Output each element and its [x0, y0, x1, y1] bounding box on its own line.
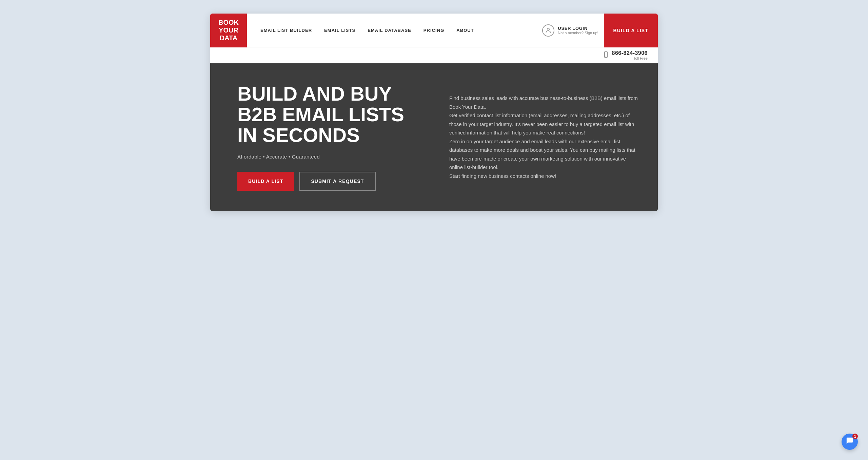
chat-button[interactable]: 1	[842, 434, 858, 450]
logo[interactable]: BOOK YOUR DATA	[210, 14, 247, 47]
navbar: BOOK YOUR DATA EMAIL LIST BUILDER EMAIL …	[210, 14, 658, 47]
nav-links: EMAIL LIST BUILDER EMAIL LISTS EMAIL DAT…	[260, 28, 542, 33]
nav-email-lists[interactable]: EMAIL LISTS	[324, 28, 355, 33]
nav-pricing[interactable]: PRICING	[423, 28, 444, 33]
hero-build-list-button[interactable]: BUILD A LIST	[237, 172, 294, 191]
hero-desc-text: Find business sales leads with accurate …	[449, 94, 641, 180]
user-login-title: USER LOGIN	[558, 26, 598, 31]
nav-about[interactable]: ABOUT	[456, 28, 474, 33]
hero-tagline: Affordable • Accurate • Guaranteed	[237, 154, 429, 160]
phone-bar: 866-824-3906 Toll Free	[210, 47, 658, 63]
hero-title: BUILD AND BUYB2B EMAIL LISTSIN SECONDS	[237, 84, 429, 146]
phone-info: 866-824-3906 Toll Free	[612, 50, 648, 60]
phone-icon	[603, 51, 609, 60]
user-login-text: USER LOGIN Not a member? Sign up!	[558, 26, 598, 35]
chat-badge: 1	[852, 434, 858, 439]
hero-section: BUILD AND BUYB2B EMAIL LISTSIN SECONDS A…	[210, 63, 658, 211]
nav-email-database[interactable]: EMAIL DATABASE	[368, 28, 411, 33]
hero-left: BUILD AND BUYB2B EMAIL LISTSIN SECONDS A…	[237, 84, 429, 191]
nav-email-list-builder[interactable]: EMAIL LIST BUILDER	[260, 28, 312, 33]
hero-buttons: BUILD A LIST SUBMIT A REQUEST	[237, 172, 429, 191]
browser-window: BOOK YOUR DATA EMAIL LIST BUILDER EMAIL …	[210, 14, 658, 211]
svg-point-0	[547, 28, 550, 30]
nav-right: USER LOGIN Not a member? Sign up! BUILD …	[542, 14, 648, 47]
phone-number: 866-824-3906	[612, 50, 648, 56]
hero-description: Find business sales leads with accurate …	[449, 94, 641, 180]
user-login-sub: Not a member? Sign up!	[558, 31, 598, 35]
user-icon	[542, 24, 554, 37]
user-login-area[interactable]: USER LOGIN Not a member? Sign up!	[542, 24, 598, 37]
hero-submit-request-button[interactable]: SUBMIT A REQUEST	[299, 172, 375, 191]
logo-text: BOOK YOUR DATA	[218, 19, 239, 42]
phone-label: Toll Free	[633, 56, 648, 60]
header-build-list-button[interactable]: BUILD A LIST	[604, 14, 658, 47]
chat-icon	[846, 437, 853, 446]
